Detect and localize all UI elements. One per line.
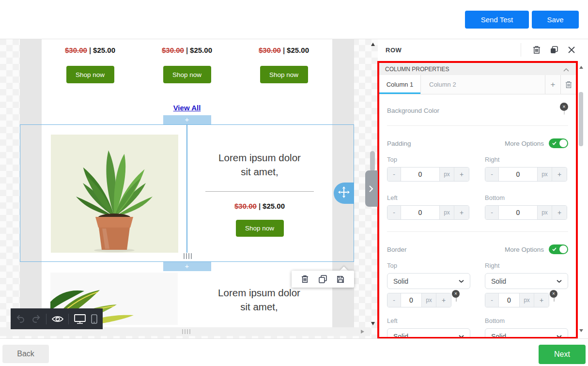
background-color-label: Background Color	[387, 107, 439, 114]
mobile-icon[interactable]	[91, 314, 97, 324]
scroll-up-arrow-icon[interactable]	[579, 66, 583, 69]
close-icon[interactable]	[563, 46, 580, 53]
increment-button[interactable]: +	[534, 293, 549, 307]
increment-button[interactable]: +	[552, 168, 567, 181]
border-more-options-toggle[interactable]	[549, 244, 568, 254]
padding-more-options-toggle[interactable]	[549, 138, 568, 148]
border-fields: Top Solid - px +	[387, 262, 568, 339]
editor-canvas[interactable]: $30.00|$25.00 Shop now $30.00|$25.00 Sho…	[0, 39, 378, 339]
padding-top-input[interactable]	[401, 168, 439, 181]
scroll-up-arrow-icon[interactable]	[371, 43, 375, 46]
send-test-button[interactable]: Send Test	[465, 11, 529, 29]
main-area: $30.00|$25.00 Shop now $30.00|$25.00 Sho…	[0, 39, 588, 339]
tab-column-1[interactable]: Column 1	[379, 75, 421, 94]
border-left-style-select[interactable]: Solid	[387, 328, 470, 339]
padding-right-stepper: - px +	[485, 167, 567, 182]
column-properties-section-bar[interactable]: COLUMN PROPERTIES	[379, 63, 576, 75]
shop-now-button[interactable]: Shop now	[66, 66, 114, 83]
border-section-header: Border More Options	[387, 232, 568, 262]
duplicate-icon[interactable]	[545, 46, 563, 54]
add-row-handle[interactable]: +	[163, 262, 211, 271]
eye-icon[interactable]	[52, 315, 63, 323]
view-all-link[interactable]: View All	[173, 104, 201, 112]
tab-column-2[interactable]: Column 2	[421, 75, 545, 94]
product-heading: Lorem ipsum dolor sit amet,	[187, 151, 332, 179]
decrement-button[interactable]: -	[387, 168, 401, 181]
horizontal-scroll-grip[interactable]	[182, 329, 190, 334]
border-top-style-select[interactable]: Solid	[387, 273, 470, 289]
decrement-button[interactable]: -	[485, 293, 499, 307]
border-bottom-style-select[interactable]: Solid	[485, 328, 568, 339]
padding-right-input[interactable]	[499, 168, 537, 181]
column-resize-grip[interactable]	[184, 253, 192, 259]
scroll-right-arrow-icon[interactable]	[361, 330, 364, 334]
add-column-button[interactable]: +	[545, 75, 560, 94]
remove-color-icon[interactable]: ×	[560, 103, 568, 111]
header-divider	[521, 43, 521, 57]
shop-now-button[interactable]: Shop now	[163, 66, 211, 83]
product-grid-row[interactable]: $30.00|$25.00 Shop now $30.00|$25.00 Sho…	[20, 39, 354, 83]
scroll-down-arrow-icon[interactable]	[579, 329, 583, 332]
padding-left-stepper: - px +	[387, 205, 469, 220]
trash-icon[interactable]	[301, 275, 309, 283]
more-options-label: More Options	[505, 246, 544, 253]
price-separator: |	[184, 46, 190, 54]
border-right-style-select[interactable]: Solid	[485, 273, 568, 289]
selected-row-text-column[interactable]: Lorem ipsum dolor sit amet, $30.00|$25.0…	[187, 125, 332, 261]
desktop-icon[interactable]	[74, 314, 86, 324]
remove-color-icon[interactable]: ×	[550, 290, 557, 298]
save-button[interactable]: Save	[532, 11, 579, 29]
decrement-button[interactable]: -	[485, 206, 499, 219]
decrement-button[interactable]: -	[387, 293, 401, 307]
delete-column-button[interactable]	[560, 75, 576, 94]
next-button[interactable]: Next	[539, 345, 586, 364]
product-heading: Lorem ipsum dolor sit amet,	[186, 286, 332, 314]
vertical-scroll-thumb[interactable]	[370, 151, 375, 171]
chevron-up-icon[interactable]	[563, 65, 569, 74]
trash-icon[interactable]	[528, 46, 545, 54]
increment-button[interactable]: +	[436, 293, 451, 307]
panel-header: ROW	[378, 39, 588, 61]
increment-button[interactable]: +	[552, 206, 567, 219]
product-plant-image[interactable]	[51, 135, 178, 253]
product-card: $30.00|$25.00 Shop now	[42, 46, 139, 83]
redo-icon[interactable]	[31, 315, 41, 323]
top-bar: Send Test Save	[0, 0, 588, 39]
back-button[interactable]: Back	[2, 345, 49, 363]
border-top-width-input[interactable]	[401, 293, 421, 307]
undo-icon[interactable]	[16, 315, 26, 323]
decrement-button[interactable]: -	[387, 206, 401, 219]
padding-section-header: Padding More Options	[387, 126, 568, 156]
shop-now-button[interactable]: Shop now	[236, 220, 284, 237]
increment-button[interactable]: +	[454, 206, 469, 219]
row-action-toolbar	[292, 271, 354, 288]
padding-bottom-field: Bottom - px +	[485, 194, 568, 220]
section-title: COLUMN PROPERTIES	[385, 66, 563, 73]
increment-button[interactable]: +	[454, 168, 469, 181]
border-right-width-input[interactable]	[499, 293, 519, 307]
remove-color-icon[interactable]: ×	[452, 290, 460, 298]
panel-collapse-tab[interactable]	[365, 170, 378, 207]
save-icon[interactable]	[337, 275, 344, 283]
panel-scrollbar[interactable]	[578, 64, 585, 334]
padding-top-field: Top - px +	[387, 156, 470, 182]
check-icon	[552, 247, 557, 251]
unit-label: px	[421, 293, 436, 307]
panel-scroll-thumb[interactable]	[579, 92, 583, 146]
scroll-down-arrow-icon[interactable]	[371, 322, 375, 325]
price-line: $30.00|$25.00	[235, 46, 332, 56]
padding-left-input[interactable]	[401, 206, 439, 219]
add-row-handle[interactable]: +	[163, 115, 211, 124]
selected-row[interactable]: Lorem ipsum dolor sit amet, $30.00|$25.0…	[20, 124, 354, 262]
unit-label: px	[537, 206, 552, 219]
decrement-button[interactable]: -	[485, 168, 499, 181]
sale-price: $25.00	[190, 46, 212, 54]
border-right-field: Right Solid - px +	[485, 262, 568, 307]
padding-bottom-input[interactable]	[499, 206, 537, 219]
shop-now-button[interactable]: Shop now	[260, 66, 308, 83]
row-drag-handle[interactable]	[334, 183, 354, 204]
check-icon	[552, 141, 557, 145]
duplicate-icon[interactable]	[319, 275, 327, 283]
column-properties-highlight-box: COLUMN PROPERTIES Column 1 Column 2 +	[377, 61, 578, 339]
price-separator: |	[87, 46, 93, 54]
